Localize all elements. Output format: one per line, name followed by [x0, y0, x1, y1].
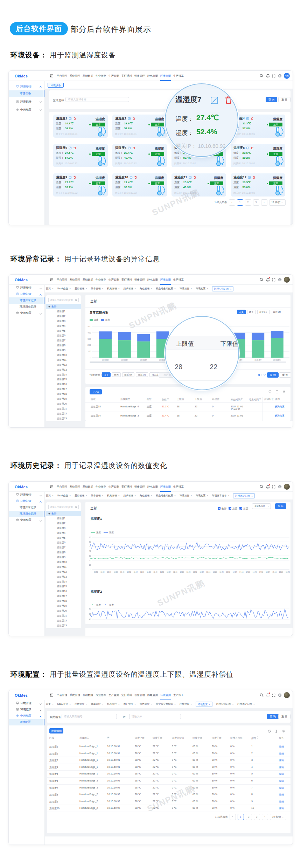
svg-text:温湿度10: 温湿度10	[273, 359, 281, 361]
svg-text:13:52: 13:52	[226, 571, 230, 573]
svg-text:温湿度9: 温湿度9	[254, 359, 261, 361]
svg-text:300: 300	[88, 338, 91, 340]
svg-text:11:52: 11:52	[160, 571, 164, 573]
svg-text:15:16: 15:16	[272, 571, 276, 573]
svg-text:温湿度1: 温湿度1	[102, 359, 109, 361]
svg-text:500: 500	[88, 325, 91, 328]
svg-text:0: 0	[90, 357, 91, 359]
svg-text:20: 20	[89, 559, 91, 562]
svg-text:40: 40	[89, 550, 91, 552]
svg-text:11:40: 11:40	[154, 571, 158, 573]
svg-text:10:28: 10:28	[114, 571, 118, 573]
svg-text:13:04: 13:04	[200, 571, 204, 573]
svg-text:温湿度3: 温湿度3	[140, 359, 147, 361]
svg-text:15:40: 15:40	[286, 571, 290, 573]
svg-text:13:40: 13:40	[219, 571, 224, 573]
svg-text:10:16: 10:16	[107, 571, 111, 573]
svg-text:100: 100	[88, 350, 91, 352]
svg-text:温湿度2: 温湿度2	[121, 359, 128, 361]
svg-text:10:52: 10:52	[127, 571, 131, 573]
svg-text:15:28: 15:28	[279, 571, 283, 573]
svg-text:12:28: 12:28	[180, 571, 184, 573]
svg-text:15:04: 15:04	[266, 571, 270, 573]
svg-text:40: 40	[89, 618, 91, 620]
svg-text:10:40: 10:40	[120, 571, 125, 573]
svg-text:14:04: 14:04	[233, 571, 237, 573]
svg-text:70: 70	[89, 536, 91, 538]
svg-text:14:16: 14:16	[239, 571, 244, 573]
svg-text:200: 200	[88, 344, 91, 346]
svg-text:50: 50	[89, 613, 91, 615]
svg-text:13:28: 13:28	[213, 571, 217, 573]
svg-text:11:04: 11:04	[134, 571, 138, 573]
svg-text:60: 60	[89, 608, 91, 610]
svg-text:13:16: 13:16	[206, 571, 210, 573]
svg-text:14:52: 14:52	[259, 571, 264, 573]
svg-text:12:40: 12:40	[187, 571, 191, 573]
svg-text:0: 0	[90, 569, 91, 571]
svg-text:60: 60	[89, 541, 91, 543]
svg-text:400: 400	[88, 332, 91, 334]
svg-text:12:52: 12:52	[193, 571, 197, 573]
svg-text:10: 10	[89, 564, 91, 566]
svg-text:11:28: 11:28	[147, 571, 151, 573]
svg-text:12:04: 12:04	[167, 571, 171, 573]
svg-text:14:28: 14:28	[246, 571, 250, 573]
svg-text:09:52: 09:52	[94, 571, 98, 573]
svg-text:14:40: 14:40	[253, 571, 257, 573]
svg-text:11:16: 11:16	[140, 571, 145, 573]
svg-text:30: 30	[89, 555, 91, 557]
svg-text:10:04: 10:04	[100, 571, 105, 573]
svg-text:12:16: 12:16	[173, 571, 177, 573]
